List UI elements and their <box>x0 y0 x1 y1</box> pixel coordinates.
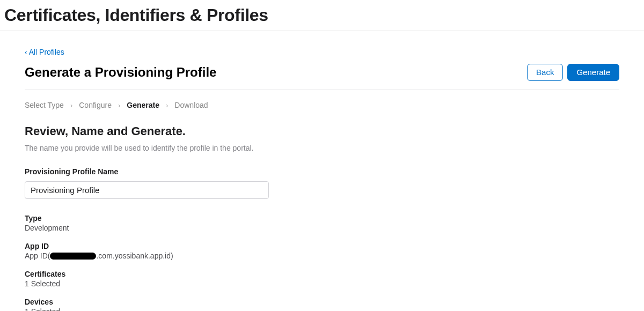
generate-button[interactable]: Generate <box>567 64 619 81</box>
chevron-right-icon: › <box>118 101 120 109</box>
summary-type-value: Development <box>25 224 619 232</box>
content-area: ‹ All Profiles Generate a Provisioning P… <box>0 31 644 311</box>
title-row: Generate a Provisioning Profile Back Gen… <box>25 64 619 90</box>
app-id-prefix: App ID( <box>25 251 50 260</box>
summary-list: Type Development App ID App ID(.com.yoss… <box>25 214 619 311</box>
summary-certificates: Certificates 1 Selected <box>25 270 619 288</box>
summary-app-id-value: App ID(.com.yossibank.app.id) <box>25 251 619 260</box>
summary-devices: Devices 1 Selected <box>25 298 619 311</box>
summary-devices-value: 1 Selected <box>25 307 619 311</box>
section-title: Review, Name and Generate. <box>25 124 619 138</box>
summary-certificates-label: Certificates <box>25 270 619 278</box>
back-to-all-profiles-link[interactable]: ‹ All Profiles <box>25 48 64 56</box>
section-description: The name you provide will be used to ide… <box>25 144 619 152</box>
summary-type-label: Type <box>25 214 619 223</box>
breadcrumb-step-generate[interactable]: Generate <box>127 101 159 109</box>
page-subtitle: Generate a Provisioning Profile <box>25 65 216 80</box>
chevron-right-icon: › <box>70 101 72 109</box>
summary-certificates-value: 1 Selected <box>25 279 619 288</box>
back-button[interactable]: Back <box>527 64 563 81</box>
breadcrumb: Select Type › Configure › Generate › Dow… <box>25 90 619 114</box>
title-actions: Back Generate <box>527 64 619 81</box>
summary-type: Type Development <box>25 214 619 232</box>
page-title-main: Certificates, Identifiers & Profiles <box>4 5 640 25</box>
profile-name-section: Provisioning Profile Name <box>25 167 619 199</box>
chevron-left-icon: ‹ <box>25 48 27 56</box>
breadcrumb-step-download[interactable]: Download <box>174 101 208 109</box>
breadcrumb-step-select-type[interactable]: Select Type <box>25 101 64 109</box>
app-id-suffix: .com.yossibank.app.id) <box>96 251 173 260</box>
summary-app-id-label: App ID <box>25 242 619 250</box>
page-header: Certificates, Identifiers & Profiles <box>0 0 644 31</box>
redacted-team-id <box>50 253 96 260</box>
summary-devices-label: Devices <box>25 298 619 306</box>
breadcrumb-step-configure[interactable]: Configure <box>79 101 112 109</box>
profile-name-input[interactable] <box>25 181 269 199</box>
profile-name-label: Provisioning Profile Name <box>25 167 619 176</box>
back-link-label: All Profiles <box>29 48 64 56</box>
chevron-right-icon: › <box>166 101 168 109</box>
summary-app-id: App ID App ID(.com.yossibank.app.id) <box>25 242 619 260</box>
